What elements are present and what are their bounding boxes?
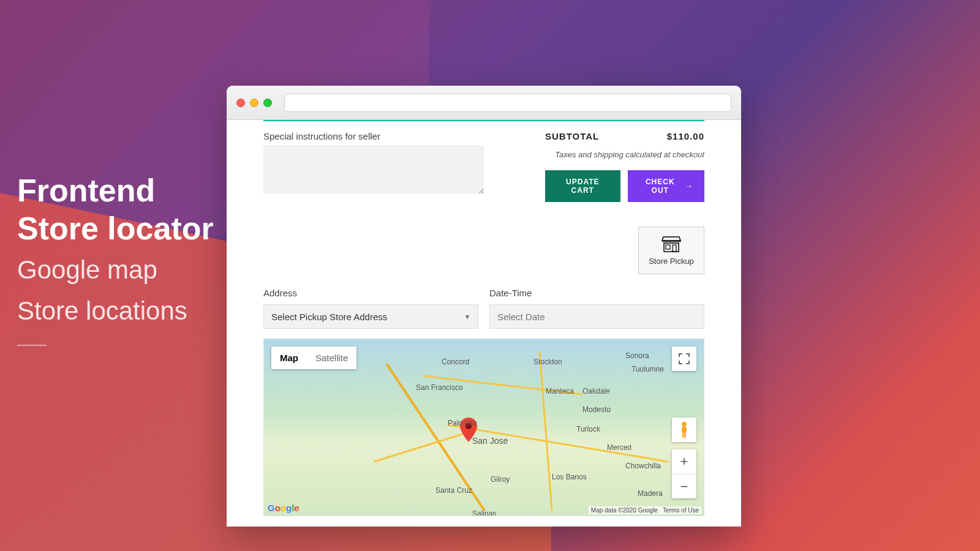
subtotal-label: SUBTOTAL xyxy=(545,131,599,141)
city-concord: Concord xyxy=(442,358,469,366)
city-paloalto: Palo Alto xyxy=(448,419,477,427)
browser-window: Special instructions for seller SUBTOTAL… xyxy=(227,86,741,527)
map[interactable]: Map Satellite + − xyxy=(263,339,704,516)
city-sanjose: San Jose xyxy=(472,436,508,446)
city-merced: Merced xyxy=(607,443,631,452)
update-cart-button[interactable]: UPDATE CART xyxy=(545,170,620,202)
store-pickup-card[interactable]: Store Pickup xyxy=(638,227,704,274)
city-oakdale: Oakdale xyxy=(582,387,610,395)
city-stockton: Stockton xyxy=(533,358,562,366)
checkout-label: CHECK OUT xyxy=(639,178,682,195)
traffic-lights xyxy=(236,99,272,107)
city-gilroy: Gilroy xyxy=(491,475,510,484)
chevron-down-icon: ▼ xyxy=(464,313,470,320)
hero-text: Frontend Store locator Google map Store … xyxy=(17,171,214,346)
address-bar[interactable] xyxy=(284,94,731,112)
instructions-textarea[interactable] xyxy=(263,145,484,194)
google-logo: Google xyxy=(268,503,300,513)
instructions-label: Special instructions for seller xyxy=(263,131,521,141)
accent-divider xyxy=(263,120,704,121)
hero-subtitle-line1: Google map xyxy=(17,252,214,289)
city-chowchilla: Chowchilla xyxy=(625,462,661,470)
city-modesto: Modesto xyxy=(582,405,611,414)
map-attribution: Map data ©2020 Google Terms of Use xyxy=(589,506,701,514)
city-turlock: Turlock xyxy=(576,425,600,433)
maximize-icon[interactable] xyxy=(263,99,272,107)
close-icon[interactable] xyxy=(236,99,245,107)
city-tuolumne: Tuolumne xyxy=(631,365,664,373)
date-input[interactable] xyxy=(489,304,704,329)
hero-title-line1: Frontend xyxy=(17,171,214,209)
browser-titlebar xyxy=(227,86,741,120)
datetime-label: Date-Time xyxy=(489,288,704,298)
city-sanfrancisco: San Francisco xyxy=(416,383,463,392)
address-label: Address xyxy=(263,288,478,298)
store-pickup-label: Store Pickup xyxy=(649,257,694,266)
city-santacruz: Santa Cruz xyxy=(435,486,472,495)
svg-rect-2 xyxy=(673,245,676,252)
address-select-value: Select Pickup Store Address xyxy=(271,312,387,322)
address-select[interactable]: Select Pickup Store Address ▼ xyxy=(263,304,478,329)
hero-divider xyxy=(17,345,47,346)
checkout-button[interactable]: CHECK OUT → xyxy=(628,170,704,202)
arrow-right-icon: → xyxy=(685,182,693,190)
city-salinas: Salinas xyxy=(472,509,496,516)
subtotal-value: $110.00 xyxy=(667,131,704,141)
city-manteca: Manteca xyxy=(546,387,574,395)
city-madera: Madera xyxy=(638,489,663,498)
svg-rect-1 xyxy=(666,245,670,249)
hero-subtitle-line2: Store locations xyxy=(17,293,214,330)
tax-note: Taxes and shipping calculated at checkou… xyxy=(545,150,704,159)
store-icon xyxy=(661,236,682,253)
minimize-icon[interactable] xyxy=(250,99,258,107)
city-sonora: Sonora xyxy=(625,351,649,360)
city-losbanos: Los Banos xyxy=(552,473,587,481)
hero-title-line2: Store locator xyxy=(17,209,214,247)
map-labels: Concord Stockton Sonora Tuolumne San Fra… xyxy=(264,339,704,515)
